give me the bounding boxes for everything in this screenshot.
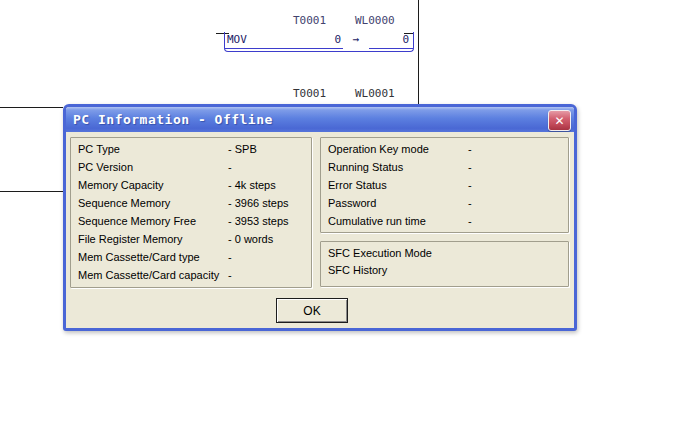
mov-opcode: MOV <box>227 33 247 48</box>
info-value: - 0 words <box>228 233 273 245</box>
info-label: File Register Memory <box>78 233 228 245</box>
sfc-row: SFC History <box>321 261 568 278</box>
rung2-word-label: WL0001 <box>355 88 395 100</box>
rung2-timer-label: T0001 <box>293 88 326 100</box>
pc-information-dialog: PC Information - Offline ✕ PC Type - SPB… <box>63 104 577 331</box>
mov-instruction-box: MOV 0 → 0 <box>224 32 414 52</box>
rung1-word-label: WL0000 <box>355 15 395 27</box>
rung1-left-wire <box>0 107 63 108</box>
sfc-label: SFC Execution Mode <box>328 247 432 259</box>
info-label: Sequence Memory <box>78 197 228 209</box>
status-label: Password <box>328 197 468 209</box>
info-label: PC Version <box>78 161 228 173</box>
dialog-title: PC Information - Offline <box>73 112 273 127</box>
status-row: Running Status - <box>321 158 568 176</box>
run-status-group: Operation Key mode - Running Status - Er… <box>320 137 569 233</box>
info-label: PC Type <box>78 143 228 155</box>
status-label: Running Status <box>328 161 468 173</box>
info-row: File Register Memory - 0 words <box>71 230 311 248</box>
status-value: - <box>468 215 472 227</box>
status-value: - <box>468 143 472 155</box>
status-value: - <box>468 197 472 209</box>
ladder-right-rail <box>418 0 419 104</box>
status-row: Error Status - <box>321 176 568 194</box>
status-value: - <box>468 161 472 173</box>
info-row: Memory Capacity - 4k steps <box>71 176 311 194</box>
info-label: Sequence Memory Free <box>78 215 228 227</box>
dialog-body: PC Type - SPB PC Version - Memory Capaci… <box>66 132 574 328</box>
info-value: - <box>228 269 232 281</box>
status-label: Operation Key mode <box>328 143 468 155</box>
info-row: Mem Cassette/Card type - <box>71 248 311 266</box>
info-row: PC Type - SPB <box>71 140 311 158</box>
info-value: - <box>228 251 232 263</box>
pc-info-group: PC Type - SPB PC Version - Memory Capaci… <box>70 137 312 288</box>
mov-arrow-icon: → <box>343 32 369 48</box>
info-row: PC Version - <box>71 158 311 176</box>
info-value: - 3966 steps <box>228 197 289 209</box>
sfc-label: SFC History <box>328 264 387 276</box>
info-value: - <box>228 161 232 173</box>
sfc-group: SFC Execution Mode SFC History <box>320 241 569 287</box>
status-row: Operation Key mode - <box>321 140 568 158</box>
sfc-row: SFC Execution Mode <box>321 244 568 261</box>
info-row: Sequence Memory Free - 3953 steps <box>71 212 311 230</box>
close-icon: ✕ <box>554 115 564 127</box>
status-row: Cumulative run time - <box>321 212 568 230</box>
status-label: Cumulative run time <box>328 215 468 227</box>
close-button[interactable]: ✕ <box>548 110 571 131</box>
info-value: - SPB <box>228 143 257 155</box>
info-label: Memory Capacity <box>78 179 228 191</box>
info-value: - 4k steps <box>228 179 276 191</box>
status-row: Password - <box>321 194 568 212</box>
info-row: Sequence Memory - 3966 steps <box>71 194 311 212</box>
rung1-timer-label: T0001 <box>293 15 326 27</box>
info-row: Mem Cassette/Card capacity - <box>71 266 311 284</box>
mov-source-operand: 0 <box>334 33 341 48</box>
ok-button[interactable]: OK <box>276 298 348 323</box>
mov-dest-operand: 0 <box>369 32 413 49</box>
plc-editor-screen: T0001 WL0000 MOV 0 → 0 T0001 WL0001 PC I… <box>0 0 696 423</box>
info-value: - 3953 steps <box>228 215 289 227</box>
rung2-left-wire <box>0 191 63 192</box>
status-label: Error Status <box>328 179 468 191</box>
dialog-titlebar[interactable]: PC Information - Offline ✕ <box>66 107 574 132</box>
status-value: - <box>468 179 472 191</box>
info-label: Mem Cassette/Card type <box>78 251 228 263</box>
info-label: Mem Cassette/Card capacity <box>78 269 228 281</box>
